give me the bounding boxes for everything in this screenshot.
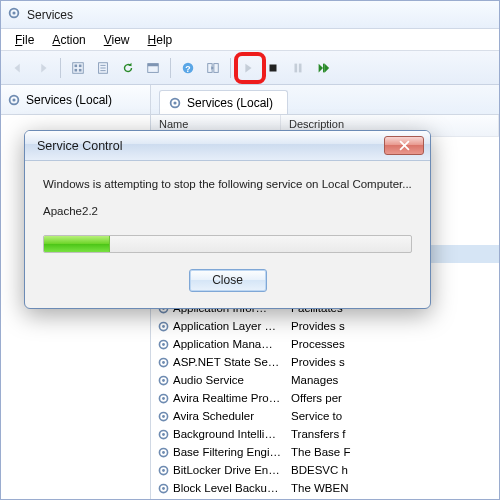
dialog-message: Windows is attempting to stop the follow… [43,177,412,193]
table-row[interactable]: BitLocker Drive En…BDESVC h [151,461,499,479]
table-row[interactable]: Background Intelli…Transfers f [151,425,499,443]
svg-rect-6 [79,64,82,67]
svg-point-1 [12,11,15,14]
svg-point-64 [162,451,165,454]
progress-fill [44,236,110,252]
app-icon [7,6,21,24]
service-name: Block Level Backu… [171,482,283,494]
svg-rect-12 [148,63,159,66]
separator [230,58,231,78]
service-name: Audio Service [171,374,283,386]
gear-icon [155,410,171,423]
gear-icon [155,428,171,441]
properties-button[interactable] [67,57,89,79]
forward-button[interactable] [32,57,54,79]
table-row[interactable]: Application Mana…Processes [151,335,499,353]
service-desc: Offers per [283,392,499,404]
show-hide-button[interactable] [202,57,224,79]
dialog-titlebar: Service Control [25,131,430,161]
service-desc: Service to [283,410,499,422]
svg-point-50 [162,325,165,328]
svg-marker-24 [325,63,329,72]
service-desc: Transfers f [283,428,499,440]
service-desc: Provides s [283,356,499,368]
svg-point-26 [12,98,15,101]
svg-rect-5 [75,64,78,67]
stop-button-highlight [234,52,266,84]
gear-icon [155,482,171,495]
service-desc: The WBEN [283,482,499,494]
menu-action[interactable]: Action [44,31,93,49]
close-button-label: Close [212,273,243,287]
table-row[interactable]: Audio ServiceManages [151,371,499,389]
back-button[interactable] [7,57,29,79]
service-desc: Manages [283,374,499,386]
restart-service-button[interactable] [312,57,334,79]
table-row[interactable]: Avira Realtime Pro…Offers per [151,389,499,407]
gear-icon [155,392,171,405]
svg-point-58 [162,397,165,400]
table-row[interactable]: Application Layer …Provides s [151,317,499,335]
service-name: Application Mana… [171,338,283,350]
menubar: File Action View Help [1,29,499,51]
gear-icon [155,356,171,369]
svg-point-60 [162,415,165,418]
prop-sheet-button[interactable] [142,57,164,79]
dialog-service-name: Apache2.2 [43,205,412,217]
tree-root[interactable]: Services (Local) [1,85,151,114]
service-name: BitLocker Drive En… [171,464,283,476]
svg-point-62 [162,433,165,436]
pause-service-button[interactable] [287,57,309,79]
svg-rect-23 [323,63,325,72]
svg-rect-16 [214,63,218,72]
svg-point-56 [162,379,165,382]
table-row[interactable]: Base Filtering Engi…The Base F [151,443,499,461]
svg-marker-2 [15,63,20,72]
menu-help[interactable]: Help [140,31,181,49]
service-name: ASP.NET State Ser… [171,356,283,368]
help-button[interactable]: ? [177,57,199,79]
dialog-close-button[interactable] [384,136,424,155]
svg-point-66 [162,469,165,472]
svg-point-54 [162,361,165,364]
close-button[interactable]: Close [189,269,267,292]
service-desc: BDESVC h [283,464,499,476]
service-name: Application Layer … [171,320,283,332]
svg-point-52 [162,343,165,346]
svg-rect-19 [270,64,277,71]
table-row[interactable]: Block Level Backu…The WBEN [151,479,499,497]
dialog-title: Service Control [37,139,122,153]
close-icon [399,140,410,151]
export-button[interactable] [92,57,114,79]
menu-file[interactable]: File [7,31,42,49]
gear-icon [155,320,171,333]
service-desc: Processes [283,338,499,350]
titlebar: Services [1,1,499,29]
service-name: Background Intelli… [171,428,283,440]
table-row[interactable]: ASP.NET State Ser…Provides s [151,353,499,371]
progress-bar [43,235,412,253]
service-desc: Provides s [283,320,499,332]
gear-icon [155,446,171,459]
tab-label: Services (Local) [187,96,273,110]
gear-icon [155,464,171,477]
refresh-button[interactable] [117,57,139,79]
svg-marker-22 [319,63,323,72]
svg-point-68 [162,487,165,490]
svg-rect-7 [75,68,78,71]
svg-text:?: ? [185,63,190,73]
svg-point-28 [173,101,176,104]
service-desc: The Base F [283,446,499,458]
svg-marker-3 [41,63,46,72]
gear-icon [155,374,171,387]
service-name: Base Filtering Engi… [171,446,283,458]
svg-rect-20 [295,63,298,72]
gear-icon [155,338,171,351]
table-row[interactable]: Avira SchedulerService to [151,407,499,425]
menu-view[interactable]: View [96,31,138,49]
svg-rect-21 [299,63,302,72]
tree-root-label: Services (Local) [26,93,112,107]
svg-rect-4 [73,62,84,73]
tab-services-local[interactable]: Services (Local) [159,90,288,114]
service-control-dialog: Service Control Windows is attempting to… [24,130,431,309]
